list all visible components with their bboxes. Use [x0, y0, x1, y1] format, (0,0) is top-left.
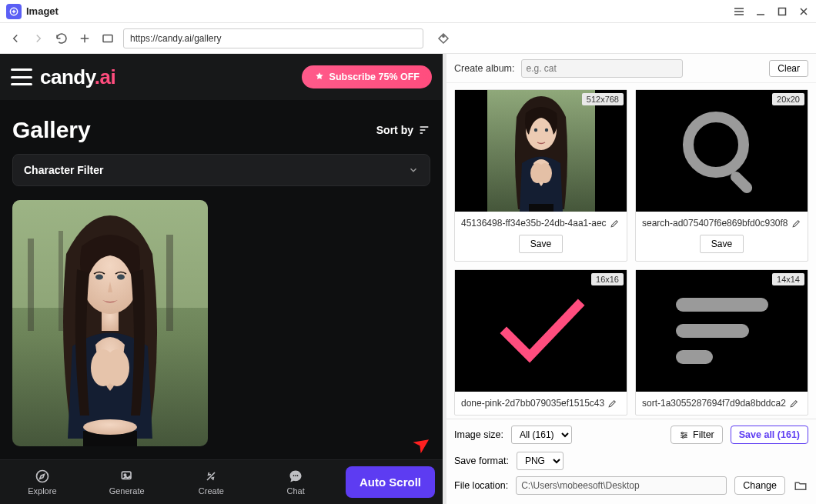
image-size-label: Image size:: [454, 429, 503, 440]
save-button[interactable]: Save: [519, 235, 563, 253]
image-size-select[interactable]: All (161): [511, 426, 572, 444]
bottom-nav: Explore Generate Create Chat Auto Scroll: [0, 459, 443, 504]
dimension-badge: 20x20: [772, 93, 804, 105]
brand-logo[interactable]: candy.ai: [40, 65, 115, 89]
edit-icon[interactable]: [791, 219, 801, 229]
maximize-icon[interactable]: [776, 5, 788, 18]
nav-chat[interactable]: Chat: [253, 469, 338, 496]
thumb-image[interactable]: 20x20: [636, 90, 808, 212]
thumb-card[interactable]: 16x16 done-pink-2d7bb079035ef1515c43: [454, 269, 627, 416]
gallery-body: [0, 186, 443, 459]
folder-icon[interactable]: [793, 478, 808, 493]
app-title: Imaget: [26, 5, 59, 17]
back-icon[interactable]: [8, 31, 23, 46]
check-icon: [495, 296, 587, 365]
edit-icon[interactable]: [607, 399, 617, 409]
forward-icon[interactable]: [31, 31, 46, 46]
subscribe-button[interactable]: Subscribe 75% OFF: [302, 65, 432, 88]
filter-label: Character Filter: [24, 164, 103, 176]
thumb-card[interactable]: 14x14 sort-1a3055287694f7d9da8bddca2: [635, 269, 808, 416]
svg-rect-29: [529, 204, 553, 212]
brand-prefix: candy: [40, 65, 95, 88]
close-icon[interactable]: [798, 5, 810, 18]
clear-button[interactable]: Clear: [769, 60, 808, 77]
nav-label: Chat: [287, 486, 305, 496]
filename: done-pink-2d7bb079035ef1515c43: [461, 398, 604, 409]
magnifier-icon: [676, 105, 768, 197]
auto-scroll-button[interactable]: Auto Scroll: [346, 466, 435, 498]
controls-row-3: File location: Change: [446, 472, 816, 504]
minimize-icon[interactable]: [754, 5, 767, 18]
add-tab-icon[interactable]: [77, 31, 92, 46]
dimension-badge: 512x768: [582, 93, 624, 105]
sort-by-button[interactable]: Sort by: [376, 124, 430, 136]
downloader-panel: Create album: Clear: [446, 54, 816, 504]
subscribe-label: Subscribe 75% OFF: [329, 72, 420, 82]
thumb-image[interactable]: 512x768: [455, 90, 627, 212]
nav-label: Explore: [28, 486, 56, 496]
nav-generate[interactable]: Generate: [85, 469, 169, 496]
svg-point-13: [95, 275, 103, 280]
svg-point-32: [681, 432, 683, 433]
edit-icon[interactable]: [789, 399, 799, 409]
filter-button[interactable]: Filter: [671, 426, 723, 444]
nav-label: Create: [199, 486, 224, 496]
filter-label: Filter: [693, 429, 714, 440]
create-album-label: Create album:: [454, 63, 515, 74]
save-format-select[interactable]: PNG: [517, 452, 564, 470]
svg-point-10: [105, 349, 129, 386]
sliders-icon: [679, 430, 689, 440]
svg-point-16: [83, 419, 137, 435]
svg-point-34: [682, 436, 684, 438]
site-header: candy.ai Subscribe 75% OFF: [0, 54, 443, 100]
gallery-image[interactable]: [12, 200, 208, 446]
save-format-label: Save format:: [454, 456, 509, 466]
character-filter[interactable]: Character Filter: [12, 154, 430, 186]
controls-row-2: Save format: PNG: [446, 450, 816, 472]
website-panel: candy.ai Subscribe 75% OFF Gallery Sort …: [0, 54, 443, 504]
dimension-badge: 14x14: [772, 273, 804, 285]
brand-suffix: .ai: [95, 65, 115, 88]
svg-point-27: [533, 129, 537, 132]
menu-icon[interactable]: [11, 68, 32, 85]
change-button[interactable]: Change: [734, 476, 785, 495]
nav-label: Generate: [109, 486, 145, 496]
filename: search-ad075407f6e869bfd0c930f8: [642, 218, 788, 229]
thumb-image[interactable]: 14x14: [636, 270, 808, 392]
controls-row-1: Image size: All (161) Filter Save all (1…: [446, 419, 816, 450]
thumb-card[interactable]: 20x20 search-ad075407f6e869bfd0c930f8 Sa…: [635, 89, 808, 262]
thumb-card[interactable]: 512x768 45136498-ff34e35b-24db-4aa1-aec …: [454, 89, 627, 262]
svg-rect-8: [166, 235, 173, 331]
hamburger-icon[interactable]: [733, 5, 745, 18]
save-button[interactable]: Save: [700, 235, 744, 253]
chevron-down-icon: [408, 165, 419, 175]
tag-icon[interactable]: [436, 31, 451, 46]
page-title: Gallery: [12, 117, 91, 143]
album-input[interactable]: [521, 59, 683, 78]
svg-point-3: [443, 35, 444, 36]
url-input[interactable]: [130, 33, 416, 44]
thumb-image[interactable]: 16x16: [455, 270, 627, 392]
svg-rect-1: [779, 8, 786, 15]
sort-by-label: Sort by: [376, 124, 413, 136]
file-location-input[interactable]: [516, 476, 727, 495]
gallery-header: Gallery Sort by: [0, 100, 443, 154]
nav-explore[interactable]: Explore: [0, 469, 85, 496]
save-all-button[interactable]: Save all (161): [731, 426, 808, 444]
file-location-label: File location:: [454, 480, 508, 491]
svg-rect-2: [103, 35, 112, 42]
tabs-icon[interactable]: [100, 31, 115, 46]
dimension-badge: 16x16: [591, 273, 624, 285]
reload-icon[interactable]: [54, 31, 69, 46]
url-bar[interactable]: [123, 28, 423, 48]
svg-point-21: [295, 475, 296, 476]
svg-rect-7: [59, 231, 63, 331]
svg-point-30: [688, 117, 744, 172]
app-logo: [6, 4, 22, 19]
edit-icon[interactable]: [610, 219, 620, 229]
filename: 45136498-ff34e35b-24db-4aa1-aec: [461, 218, 607, 229]
svg-point-28: [544, 129, 547, 132]
filename: sort-1a3055287694f7d9da8bddca2: [642, 398, 786, 409]
svg-rect-31: [728, 169, 754, 195]
nav-create[interactable]: Create: [169, 469, 254, 496]
